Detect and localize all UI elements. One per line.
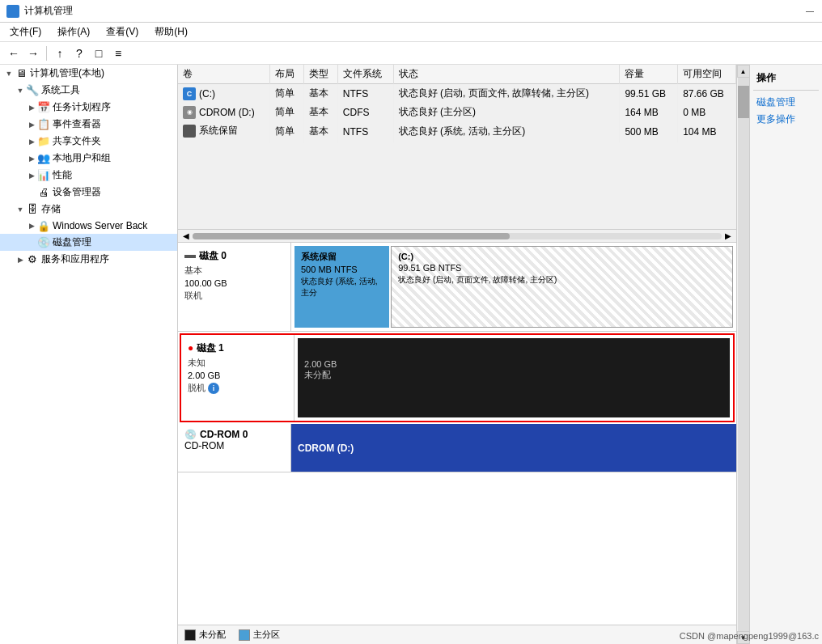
- menu-item-F[interactable]: 文件(F): [6, 23, 44, 40]
- expand-icon-taskscheduler[interactable]: ▶: [26, 102, 37, 113]
- disk-info-disk0: 磁盘 0基本100.00 GB联机: [178, 243, 291, 331]
- tree-label-sharedfolders: 共享文件夹: [53, 134, 101, 148]
- toolbar-separator: [46, 46, 47, 61]
- partition-block-disk0-1[interactable]: (C:)99.51 GB NTFS状态良好 (启动, 页面文件, 故障转储, 主…: [391, 246, 733, 328]
- more-actions[interactable]: 更多操作: [753, 111, 819, 128]
- tree-item-winserverback[interactable]: ▶🔒Windows Server Back: [0, 218, 177, 234]
- window-controls: —: [804, 6, 816, 17]
- scroll-up-arrow[interactable]: ▲: [737, 65, 750, 78]
- disk-status-disk0: 联机: [184, 290, 284, 302]
- disk-partitions-disk0: 系统保留500 MB NTFS状态良好 (系统, 活动, 主分(C:)99.51…: [291, 243, 736, 331]
- scroll-down-arrow[interactable]: ▼: [737, 631, 750, 644]
- expand-icon-localusers[interactable]: ▶: [26, 153, 37, 164]
- toolbar-btn-0[interactable]: ←: [5, 44, 23, 62]
- vol-icon-0: C: [183, 87, 196, 100]
- expand-icon-systemtools[interactable]: ▼: [15, 85, 26, 96]
- scroll-track[interactable]: [738, 78, 749, 631]
- disk-mgmt-action[interactable]: 磁盘管理: [753, 94, 819, 111]
- toolbar-btn-4[interactable]: □: [90, 44, 108, 62]
- node-icon-winserverback: 🔒: [37, 219, 50, 232]
- disk-type-disk1: 未知: [188, 357, 287, 369]
- expand-icon-eventviewer[interactable]: ▶: [26, 119, 37, 130]
- toolbar-btn-2[interactable]: ↑: [51, 44, 69, 62]
- disk-info-icon-disk1[interactable]: i: [208, 383, 219, 394]
- partition-unalloc-label-disk1-0: 未分配: [304, 369, 723, 381]
- cdrom-partition[interactable]: CDROM (D:): [291, 424, 736, 472]
- tree-item-storage[interactable]: ▼🗄存储: [0, 201, 177, 218]
- toolbar-btn-3[interactable]: ?: [70, 44, 88, 62]
- tree-item-devmgr[interactable]: 🖨设备管理器: [0, 184, 177, 201]
- horizontal-scrollbar[interactable]: ◀ ▶: [178, 229, 736, 242]
- scroll-thumb[interactable]: [738, 86, 749, 118]
- col-header-可用空间[interactable]: 可用空间: [678, 65, 736, 84]
- legend-bar: 未分配主分区: [178, 625, 736, 644]
- cell-free-1: 0 MB: [678, 103, 736, 121]
- cell-free-0: 87.66 GB: [678, 84, 736, 104]
- expand-icon-sharedfolders[interactable]: ▶: [26, 136, 37, 147]
- vertical-scrollbar[interactable]: ▲ ▼: [736, 65, 749, 644]
- toolbar-btn-5[interactable]: ≡: [109, 44, 127, 62]
- tree-item-root[interactable]: ▼🖥计算机管理(本地): [0, 65, 177, 82]
- cell-status-1: 状态良好 (主分区): [393, 103, 620, 121]
- vol-icon-1: ◉: [183, 106, 196, 119]
- cell-vol-0: C(C:): [178, 84, 270, 104]
- content-area: 卷布局类型文件系统状态容量可用空间 C(C:)简单基本NTFS状态良好 (启动,…: [178, 65, 736, 644]
- cell-status-0: 状态良好 (启动, 页面文件, 故障转储, 主分区): [393, 84, 620, 104]
- expand-icon-services[interactable]: ▶: [15, 254, 26, 265]
- tree-item-services[interactable]: ▶⚙服务和应用程序: [0, 251, 177, 268]
- partition-status-disk0-1: 状态良好 (启动, 页面文件, 故障转储, 主分区): [398, 274, 726, 286]
- menu-item-V[interactable]: 查看(V): [103, 23, 142, 40]
- tree-item-diskmgmt[interactable]: 💿磁盘管理: [0, 234, 177, 251]
- tree-item-systemtools[interactable]: ▼🔧系统工具: [0, 82, 177, 99]
- partition-status-disk0-0: 状态良好 (系统, 活动, 主分: [301, 276, 383, 299]
- expand-icon-root[interactable]: ▼: [3, 68, 15, 79]
- table-row-2[interactable]: 系统保留简单基本NTFS状态良好 (系统, 活动, 主分区)500 MB104 …: [178, 121, 736, 142]
- expand-icon-winserverback[interactable]: ▶: [26, 220, 37, 231]
- tree-item-eventviewer[interactable]: ▶📋事件查看器: [0, 116, 177, 133]
- col-header-文件系统[interactable]: 文件系统: [337, 65, 393, 84]
- tree-label-winserverback: Windows Server Back: [53, 220, 147, 231]
- table-section: 卷布局类型文件系统状态容量可用空间 C(C:)简单基本NTFS状态良好 (启动,…: [178, 65, 736, 243]
- tree-item-localusers[interactable]: ▶👥本地用户和组: [0, 150, 177, 167]
- table-row-0[interactable]: C(C:)简单基本NTFS状态良好 (启动, 页面文件, 故障转储, 主分区)9…: [178, 84, 736, 104]
- legend-color-主分区: [239, 629, 250, 641]
- partition-block-disk1-0[interactable]: 2.00 GB未分配: [298, 338, 730, 417]
- left-panel: ▼🖥计算机管理(本地)▼🔧系统工具▶📅任务计划程序▶📋事件查看器▶📁共享文件夹▶…: [0, 65, 178, 644]
- col-header-类型[interactable]: 类型: [304, 65, 338, 84]
- menu-item-A[interactable]: 操作(A): [54, 23, 93, 40]
- tree-item-taskscheduler[interactable]: ▶📅任务计划程序: [0, 99, 177, 116]
- expand-icon-devmgr[interactable]: [26, 187, 37, 198]
- cdrom-row: 💿CD-ROM 0CD-ROMCDROM (D:): [178, 424, 736, 472]
- col-header-布局[interactable]: 布局: [270, 65, 304, 84]
- app-icon: [6, 5, 19, 18]
- expand-icon-performance[interactable]: ▶: [26, 170, 37, 181]
- legend-label-未分配: 未分配: [199, 629, 226, 641]
- tree-label-eventviewer: 事件查看器: [53, 117, 101, 131]
- minimize-button[interactable]: —: [804, 6, 816, 17]
- actions-title: 操作: [753, 68, 819, 91]
- col-header-状态[interactable]: 状态: [393, 65, 620, 84]
- cdrom-type: CD-ROM: [184, 440, 284, 451]
- disk-row-disk0: 磁盘 0基本100.00 GB联机系统保留500 MB NTFS状态良好 (系统…: [178, 243, 736, 332]
- menu-item-H[interactable]: 帮助(H): [151, 23, 191, 40]
- partition-name-disk0-1: (C:): [398, 252, 726, 261]
- node-icon-storage: 🗄: [26, 203, 39, 216]
- col-header-卷[interactable]: 卷: [178, 65, 270, 84]
- table-row-1[interactable]: ◉CDROM (D:)简单基本CDFS状态良好 (主分区)164 MB0 MB: [178, 103, 736, 121]
- cell-layout-0: 简单: [270, 84, 304, 104]
- toolbar-btn-1[interactable]: →: [24, 44, 42, 62]
- tree-item-sharedfolders[interactable]: ▶📁共享文件夹: [0, 133, 177, 150]
- title-bar: 计算机管理 —: [0, 0, 822, 23]
- scrollbar-thumb[interactable]: [193, 233, 510, 239]
- scrollbar-track[interactable]: [193, 233, 722, 239]
- tree-item-performance[interactable]: ▶📊性能: [0, 167, 177, 184]
- tree-label-systemtools: 系统工具: [41, 83, 80, 97]
- partition-block-disk0-0[interactable]: 系统保留500 MB NTFS状态良好 (系统, 活动, 主分: [294, 246, 389, 328]
- col-header-容量[interactable]: 容量: [620, 65, 678, 84]
- cell-fs-0: NTFS: [337, 84, 393, 104]
- expand-icon-diskmgmt[interactable]: [26, 237, 37, 248]
- table-scroll[interactable]: 卷布局类型文件系统状态容量可用空间 C(C:)简单基本NTFS状态良好 (启动,…: [178, 65, 736, 229]
- expand-icon-storage[interactable]: ▼: [15, 204, 26, 215]
- node-icon-systemtools: 🔧: [26, 84, 39, 97]
- disk-row-disk1: ● 磁盘 1未知2.00 GB脱机i2.00 GB未分配: [180, 333, 735, 422]
